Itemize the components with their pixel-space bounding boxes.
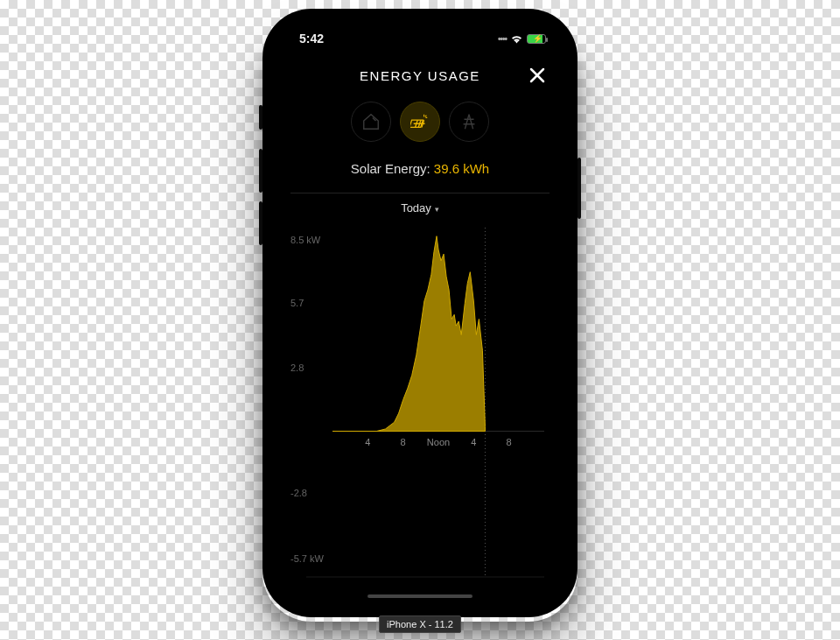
- tab-solar[interactable]: [400, 102, 440, 142]
- x-tick-label: Noon: [427, 437, 450, 447]
- device-badge: iPhone X - 11.2: [379, 615, 461, 633]
- solar-icon: [410, 112, 430, 131]
- signal-icon: ••••: [498, 34, 507, 44]
- tab-home[interactable]: [351, 102, 391, 142]
- notch: [341, 21, 499, 44]
- period-selector[interactable]: Today▾: [275, 201, 565, 215]
- wifi-icon: [510, 34, 523, 44]
- screen: 5:42 •••• ⚡ ENERGY USAGE: [275, 21, 565, 605]
- chart[interactable]: -5.7 kW-2.82.85.78.5 kW48Noon48: [290, 224, 550, 582]
- phone-frame: 5:42 •••• ⚡ ENERGY USAGE: [262, 9, 578, 617]
- x-tick-label: 8: [507, 437, 512, 447]
- phone-side-button: [259, 149, 262, 193]
- grid-icon: [459, 112, 479, 131]
- divider: [290, 193, 550, 193]
- phone-side-button: [578, 158, 581, 219]
- period-label: Today: [401, 201, 431, 215]
- y-tick-label: -5.7 kW: [290, 553, 324, 564]
- phone-side-button: [259, 201, 262, 245]
- close-icon: [527, 65, 548, 86]
- svg-line-6: [425, 116, 426, 117]
- x-tick-label: 4: [471, 437, 476, 447]
- y-tick-label: 8.5 kW: [290, 235, 320, 245]
- header: ENERGY USAGE: [275, 60, 565, 91]
- home-icon: [361, 112, 381, 131]
- phone-side-button: [259, 105, 262, 130]
- metric: Solar Energy: 39.6 kWh: [275, 161, 565, 176]
- close-button[interactable]: [527, 65, 548, 86]
- page-title: ENERGY USAGE: [360, 68, 480, 83]
- y-tick-label: -2.8: [290, 488, 307, 498]
- metric-label: Solar Energy:: [351, 161, 434, 176]
- home-indicator[interactable]: [368, 594, 472, 598]
- metric-value: 39.6 kWh: [434, 161, 489, 176]
- y-tick-label: 2.8: [290, 362, 304, 373]
- x-tick-label: 8: [401, 437, 406, 447]
- chevron-down-icon: ▾: [435, 205, 439, 214]
- x-tick-label: 4: [365, 437, 370, 447]
- tab-grid[interactable]: [449, 102, 489, 142]
- battery-icon: ⚡: [527, 34, 546, 44]
- status-time: 5:42: [299, 32, 324, 46]
- source-tabs: [275, 102, 565, 142]
- y-tick-label: 5.7: [290, 298, 304, 308]
- status-right: •••• ⚡: [498, 34, 546, 44]
